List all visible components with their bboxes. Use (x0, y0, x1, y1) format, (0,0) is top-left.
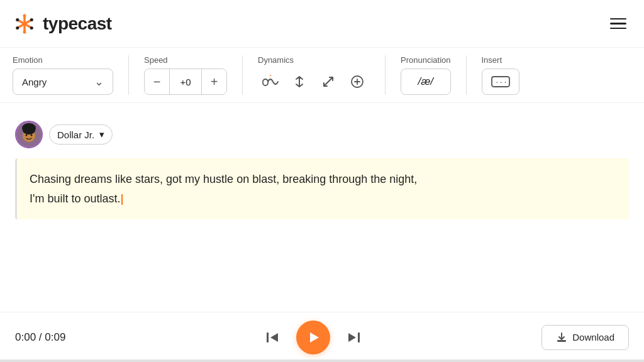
logo-icon (13, 12, 36, 36)
player: 0:00 / 0:09 Download (0, 312, 644, 362)
text-line-1: Chasing dreams like stars, got my hustle… (30, 170, 616, 189)
speed-decrease-button[interactable]: − (145, 69, 170, 95)
character-row: Dollar Jr. ▾ (15, 121, 629, 148)
header: typecast (0, 0, 644, 48)
dynamics-wave-button[interactable] (258, 69, 283, 94)
emotion-value: Angry (22, 77, 47, 87)
svg-point-8 (30, 18, 33, 21)
dynamics-add-button[interactable] (345, 69, 370, 94)
dynamics-group: Dynamics (258, 55, 386, 95)
main-content: Dollar Jr. ▾ Chasing dreams like stars, … (0, 103, 644, 219)
speed-group: Speed − +0 + (144, 55, 243, 95)
svg-text:···: ··· (495, 79, 508, 87)
svg-point-9 (16, 26, 19, 30)
progress-bar-container[interactable] (0, 359, 644, 362)
logo: typecast (13, 12, 112, 36)
dynamics-updown-button[interactable] (287, 69, 312, 94)
svg-point-5 (23, 30, 26, 33)
svg-rect-23 (267, 332, 269, 343)
download-button[interactable]: Download (541, 325, 629, 350)
skip-back-button[interactable] (261, 326, 284, 349)
emotion-select[interactable]: Angry ⌄ (13, 69, 113, 95)
download-label: Download (572, 332, 614, 343)
toolbar: Emotion Angry ⌄ Speed − +0 + Dynamics (0, 48, 644, 103)
dynamics-pitch-button[interactable] (316, 69, 341, 94)
character-name-button[interactable]: Dollar Jr. ▾ (49, 124, 113, 145)
speed-value: +0 (170, 69, 201, 95)
character-name: Dollar Jr. (57, 129, 94, 140)
svg-rect-24 (358, 332, 360, 343)
insert-button[interactable]: ··· (482, 69, 519, 95)
emotion-group: Emotion Angry ⌄ (13, 55, 129, 95)
pronunciation-button[interactable]: /æ/ (401, 69, 451, 95)
svg-point-21 (31, 134, 33, 136)
cursor: | (121, 192, 124, 205)
dynamics-controls (258, 69, 370, 95)
text-editor[interactable]: Chasing dreams like stars, got my hustle… (15, 158, 629, 219)
insert-label: Insert (482, 55, 519, 65)
svg-rect-25 (557, 340, 566, 342)
download-icon (556, 332, 567, 343)
player-controls (84, 321, 541, 354)
avatar (15, 121, 43, 148)
svg-point-20 (26, 134, 28, 136)
time-display: 0:00 / 0:09 (15, 331, 84, 344)
play-button[interactable] (296, 321, 330, 354)
svg-point-22 (23, 126, 35, 134)
dynamics-label: Dynamics (258, 55, 370, 65)
skip-forward-button[interactable] (343, 326, 365, 349)
speed-increase-button[interactable]: + (201, 69, 226, 95)
hamburger-menu[interactable] (605, 13, 631, 35)
emotion-label: Emotion (13, 55, 113, 65)
pronunciation-label: Pronunciation (401, 55, 451, 65)
insert-group: Insert ··· (482, 55, 535, 95)
svg-rect-10 (263, 79, 268, 85)
svg-point-4 (23, 14, 26, 17)
speed-control: − +0 + (144, 69, 227, 95)
pronunciation-group: Pronunciation /æ/ (401, 55, 467, 95)
pronunciation-value: /æ/ (418, 75, 433, 88)
text-line-2: I'm built to outlast.| (30, 189, 616, 209)
logo-text: typecast (43, 14, 112, 34)
svg-point-6 (16, 18, 19, 21)
speed-label: Speed (144, 55, 227, 65)
svg-point-7 (30, 26, 33, 30)
character-dropdown-icon: ▾ (99, 129, 104, 140)
chevron-down-icon: ⌄ (94, 75, 104, 89)
